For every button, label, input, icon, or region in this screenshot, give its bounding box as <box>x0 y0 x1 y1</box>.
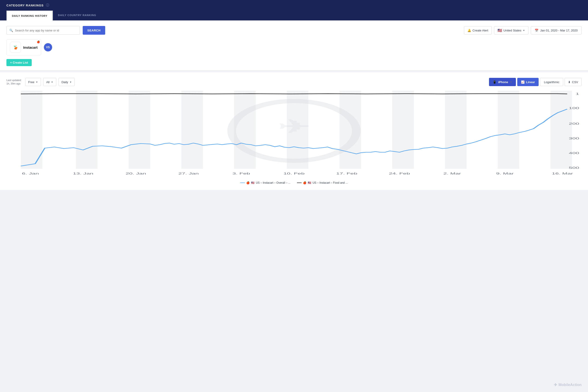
svg-text:24. Feb: 24. Feb <box>389 172 410 175</box>
chart-controls-row: Last updated 1h, 39m ago Free ▼ All ▼ Da… <box>6 78 582 86</box>
svg-text:✈: ✈ <box>278 117 310 137</box>
phone-icon: 📱 <box>493 80 496 84</box>
svg-text:27. Jan: 27. Jan <box>178 172 199 175</box>
page-title: CATEGORY RANKINGS <box>6 4 44 7</box>
linear-button[interactable]: 📈 Linear <box>517 78 538 86</box>
svg-rect-4 <box>128 91 150 169</box>
apple-badge: 🍎 <box>37 40 40 44</box>
chart-legend: 🍎 🇺🇸 US – Instacart – Overall – ... 🍎 🇺🇸… <box>6 181 582 184</box>
search-input[interactable] <box>15 29 77 32</box>
svg-point-0 <box>11 43 20 52</box>
svg-text:200: 200 <box>569 122 579 126</box>
create-list-button[interactable]: + Create List <box>6 59 32 66</box>
period-dropdown[interactable]: Daily ▼ <box>58 78 75 86</box>
svg-text:100: 100 <box>569 106 579 110</box>
header-bar: CATEGORY RANKINGS ⓘ <box>0 0 588 10</box>
svg-rect-3 <box>76 91 98 169</box>
svg-text:6. Jan: 6. Jan <box>22 172 39 175</box>
app-row: Instacart 🍎 VS <box>6 39 582 55</box>
svg-rect-5 <box>182 91 203 169</box>
tab-daily-ranking-history[interactable]: DAILY RANKING HISTORY <box>6 10 53 20</box>
create-alert-button[interactable]: 🔔 Create Alert <box>464 26 492 34</box>
legend-item-food: 🍎 🇺🇸 US – Instacart – Food and ... <box>297 181 348 184</box>
svg-rect-11 <box>498 91 519 169</box>
last-updated-info: Last updated 1h, 39m ago <box>6 78 21 86</box>
svg-rect-9 <box>392 91 414 169</box>
search-icon: 🔍 <box>10 29 13 32</box>
tabs-bar: DAILY RANKING HISTORY DAILY COUNTRY RANK… <box>0 10 588 20</box>
country-selector[interactable]: 🇺🇸 United States ▼ <box>494 26 528 34</box>
right-chart-controls: 📱 iPhone ▼ 📈 Linear Logarithmic ⬇ CSV <box>489 78 582 86</box>
svg-text:9. Mar: 9. Mar <box>496 172 514 175</box>
svg-text:300: 300 <box>569 137 579 140</box>
legend-item-overall: 🍎 🇺🇸 US – Instacart – Overall – ... <box>240 181 290 184</box>
search-button[interactable]: SEARCH <box>83 26 105 35</box>
svg-text:17. Feb: 17. Feb <box>336 172 358 175</box>
search-box: 🔍 <box>6 26 80 35</box>
legend-line-blue <box>240 182 245 183</box>
tab-daily-country-ranking[interactable]: DAILY COUNTRY RANKING <box>53 10 101 20</box>
svg-rect-6 <box>234 91 256 169</box>
svg-text:400: 400 <box>569 151 579 155</box>
search-row: 🔍 SEARCH 🔔 Create Alert 🇺🇸 United States… <box>6 26 582 35</box>
chevron-down-icon: ▼ <box>523 29 525 32</box>
svg-text:3. Feb: 3. Feb <box>232 172 250 175</box>
category-dropdown[interactable]: All ▼ <box>43 78 56 86</box>
svg-text:20. Jan: 20. Jan <box>126 172 146 175</box>
instacart-logo-svg <box>11 43 20 52</box>
info-icon[interactable]: ⓘ <box>46 3 49 7</box>
app-name: Instacart <box>23 46 38 49</box>
logarithmic-button[interactable]: Logarithmic <box>540 78 563 86</box>
chart-container: ✈ 1 100 200 300 400 500 6. Jan 13. Jan 2… <box>6 91 582 178</box>
svg-rect-12 <box>550 91 572 169</box>
svg-text:500: 500 <box>569 166 579 170</box>
us-flag: 🇺🇸 <box>498 28 502 32</box>
chart-line-icon: 📈 <box>521 80 524 84</box>
svg-text:13. Jan: 13. Jan <box>73 172 93 175</box>
svg-text:2. Mar: 2. Mar <box>443 172 461 175</box>
date-range-button[interactable]: 📅 Jan 01, 2020 - Mar 17, 2020 <box>531 26 582 34</box>
vs-button[interactable]: VS <box>44 43 52 52</box>
chevron-down-icon: ▼ <box>36 81 38 83</box>
right-controls: 🔔 Create Alert 🇺🇸 United States ▼ 📅 Jan … <box>464 26 582 34</box>
download-icon: ⬇ <box>568 80 570 84</box>
chart-svg: ✈ 1 100 200 300 400 500 6. Jan 13. Jan 2… <box>6 91 582 178</box>
legend-line-black <box>297 182 302 183</box>
csv-button[interactable]: ⬇ CSV <box>564 78 582 86</box>
svg-text:1: 1 <box>576 92 579 96</box>
svg-text:10. Feb: 10. Feb <box>284 172 304 175</box>
app-icon <box>10 42 21 53</box>
svg-text:16. Mar: 16. Mar <box>552 172 573 175</box>
calendar-icon: 📅 <box>535 29 538 32</box>
chevron-down-icon: ▼ <box>70 81 72 83</box>
main-content: 🔍 SEARCH 🔔 Create Alert 🇺🇸 United States… <box>0 20 588 70</box>
chart-section: Last updated 1h, 39m ago Free ▼ All ▼ Da… <box>0 72 588 190</box>
svg-rect-10 <box>445 91 466 169</box>
app-card: Instacart 🍎 <box>6 39 41 55</box>
bell-icon: 🔔 <box>468 29 471 32</box>
chevron-down-icon: ▼ <box>51 81 53 83</box>
iphone-button[interactable]: 📱 iPhone ▼ <box>489 78 516 86</box>
chevron-down-icon: ▼ <box>510 81 512 83</box>
type-dropdown[interactable]: Free ▼ <box>25 78 41 86</box>
